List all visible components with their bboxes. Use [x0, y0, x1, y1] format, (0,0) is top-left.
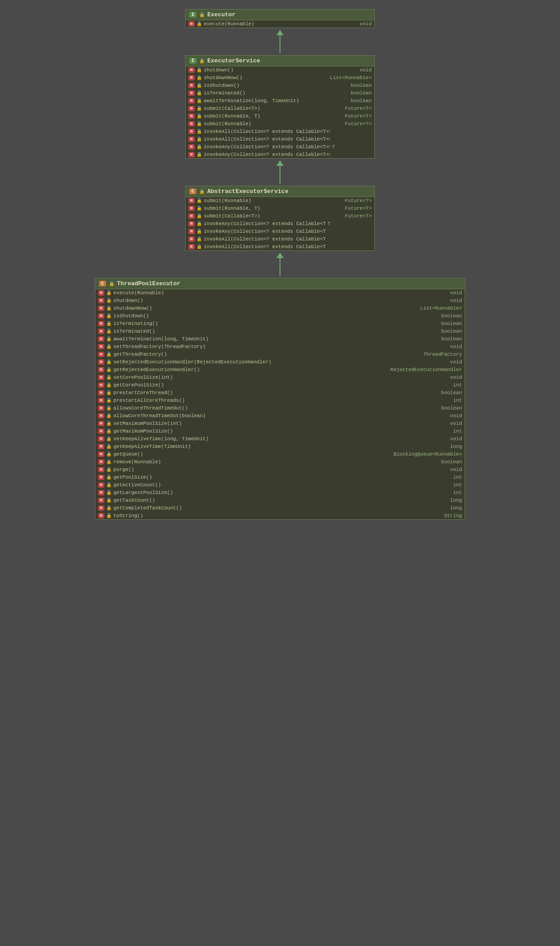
method-badge: m [188, 136, 195, 142]
method-return: String [444, 513, 462, 518]
method-badge: m [188, 67, 195, 73]
method-badge: m [98, 375, 104, 380]
method-badge: m [98, 313, 104, 319]
method-row: m 🔒 submit(Callable<T>) Future<T> [186, 105, 374, 113]
method-row: m 🔒 getThreadFactory() ThreadFactory [95, 351, 465, 358]
executor-class: I 🔒 Executor m 🔒 execute(Runnable) void [185, 9, 375, 28]
method-badge: m [188, 144, 195, 150]
method-lock-icon: 🔒 [106, 367, 112, 372]
method-lock-icon: 🔒 [196, 90, 202, 96]
method-lock-icon: 🔒 [196, 121, 202, 127]
method-badge: m [188, 198, 195, 203]
method-lock-icon: 🔒 [106, 382, 112, 388]
method-name: execute(Runnable) [113, 290, 448, 296]
method-lock-icon: 🔒 [106, 444, 112, 449]
method-row: m 🔒 invokeAny(Collection<? extends Calla… [186, 220, 374, 228]
executor-service-methods: m 🔒 shutdown() void m 🔒 shutdownNow() Li… [186, 66, 374, 158]
method-badge: m [188, 106, 195, 111]
method-row: m 🔒 invokeAll(Collection<? extends Calla… [186, 243, 374, 250]
method-name: getQueue() [113, 452, 392, 457]
method-name: shutdown() [113, 298, 448, 303]
method-row: m 🔒 submit(Runnable) Future<?> [186, 197, 374, 205]
method-return: boolean [351, 90, 372, 96]
method-return: Future<?> [345, 121, 372, 127]
method-row: m 🔒 getQueue() BlockingQueue<Runnable> [95, 451, 465, 458]
method-lock-icon: 🔒 [106, 421, 112, 426]
method-lock-icon: 🔒 [196, 106, 202, 111]
arrow-head-2 [276, 160, 284, 166]
method-lock-icon: 🔒 [196, 83, 202, 88]
method-row: m 🔒 prestartAllCoreThreads() int [95, 397, 465, 405]
method-name: invokeAll(Collection<? extends Callable<… [204, 136, 330, 142]
method-row: m 🔒 getRejectedExecutionHandler() Reject… [95, 366, 465, 374]
method-lock-icon: 🔒 [196, 229, 202, 234]
method-lock-icon: 🔒 [196, 198, 202, 203]
method-lock-icon: 🔒 [106, 459, 112, 465]
method-badge: m [98, 444, 104, 449]
method-badge: m [98, 413, 104, 419]
method-row: m 🔒 shutdown() void [95, 297, 465, 305]
method-name: prestartCoreThread() [113, 390, 439, 395]
method-lock-icon: 🔒 [196, 152, 202, 157]
method-name: submit(Runnable, T) [204, 113, 343, 119]
method-row: m 🔒 submit(Runnable, T) Future<T> [186, 205, 374, 212]
method-row: m 🔒 invokeAll(Collection<? extends Calla… [186, 235, 374, 243]
method-return: boolean [441, 329, 462, 334]
method-lock-icon: 🔒 [196, 21, 202, 27]
method-row: m 🔒 allowCoreThreadTimeOut(boolean) void [95, 412, 465, 420]
method-name: getLargestPoolSize() [113, 490, 451, 495]
arrow-head-1 [276, 30, 284, 35]
method-row: m 🔒 shutdownNow() List<Runnable> [95, 305, 465, 312]
method-row: m 🔒 execute(Runnable) void [95, 289, 465, 297]
method-name: awaitTermination(long, TimeUnit) [204, 98, 349, 104]
method-return: List<Runnable> [420, 306, 462, 311]
method-badge: m [98, 475, 104, 480]
method-lock-icon: 🔒 [106, 321, 112, 326]
arrow-line-3 [280, 258, 280, 276]
method-name: shutdown() [204, 67, 358, 73]
method-return: List<Runnable> [330, 75, 372, 80]
method-return: void [450, 298, 462, 303]
method-row: m 🔒 submit(Runnable, T) Future<T> [186, 113, 374, 120]
method-lock-icon: 🔒 [106, 336, 112, 342]
method-lock-icon: 🔒 [106, 413, 112, 419]
method-row: m 🔒 invokeAll(Collection<? extends Calla… [186, 136, 374, 143]
method-badge: m [98, 336, 104, 342]
method-row: m 🔒 toString() String [95, 512, 465, 519]
method-name: getKeepAliveTime(TimeUnit) [113, 444, 448, 449]
executor-service-type-badge: I [189, 58, 196, 64]
executor-methods: m 🔒 execute(Runnable) void [186, 20, 374, 28]
method-lock-icon: 🔒 [106, 359, 112, 365]
method-badge: m [188, 90, 195, 96]
method-return: int [453, 382, 462, 388]
method-row: m 🔒 setKeepAliveTime(long, TimeUnit) voi… [95, 435, 465, 443]
method-badge: m [188, 206, 195, 211]
method-lock-icon: 🔒 [106, 452, 112, 457]
method-lock-icon: 🔒 [106, 375, 112, 380]
method-return: RejectedExecutionHandler [391, 367, 462, 372]
method-lock-icon: 🔒 [106, 398, 112, 403]
method-return: BlockingQueue<Runnable> [393, 452, 462, 457]
executor-header: I 🔒 Executor [186, 9, 374, 20]
method-row: m 🔒 isTerminated() boolean [186, 89, 374, 97]
method-lock-icon: 🔒 [106, 513, 112, 518]
arrow-1 [276, 28, 284, 55]
method-return: void [450, 436, 462, 442]
method-badge: m [98, 452, 104, 457]
uml-diagram: I 🔒 Executor m 🔒 execute(Runnable) void … [9, 9, 551, 520]
method-return: boolean [351, 83, 372, 88]
method-return: Future<T> [345, 213, 372, 219]
method-name: getPoolSize() [113, 475, 451, 480]
method-return: long [450, 444, 462, 449]
abstract-executor-service-methods: m 🔒 submit(Runnable) Future<?> m 🔒 submi… [186, 197, 374, 250]
method-lock-icon: 🔒 [196, 221, 202, 226]
executor-service-lock-icon: 🔒 [199, 58, 205, 64]
method-badge: m [98, 359, 104, 365]
abstract-executor-service-type-badge: C [189, 188, 196, 194]
method-row: m 🔒 getCorePoolSize() int [95, 381, 465, 389]
arrow-2 [276, 159, 284, 186]
method-badge: m [98, 321, 104, 326]
arrow-head-3 [276, 253, 284, 258]
method-row: m 🔒 prestartCoreThread() boolean [95, 389, 465, 397]
method-name: getCorePoolSize() [113, 382, 451, 388]
